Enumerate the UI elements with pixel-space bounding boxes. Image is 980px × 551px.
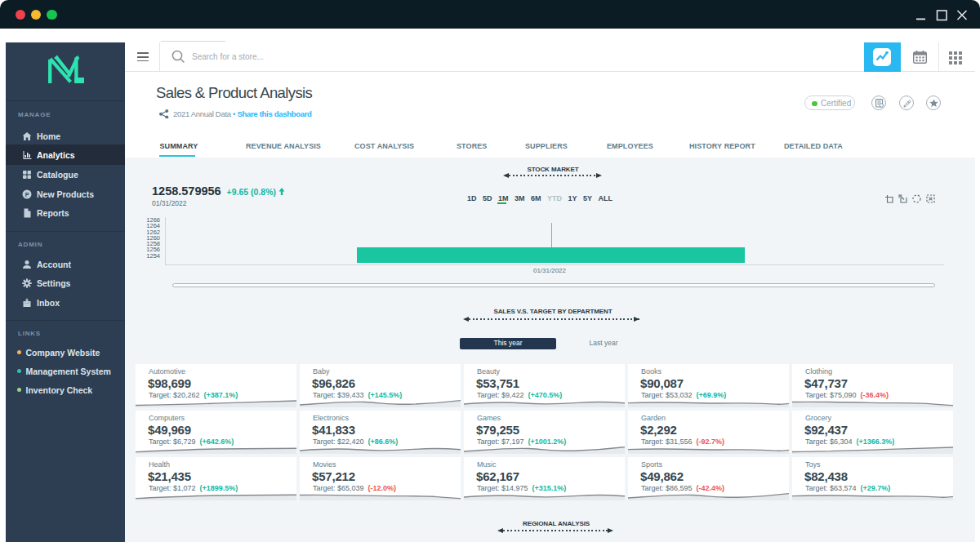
svg-text:P: P	[25, 192, 29, 198]
